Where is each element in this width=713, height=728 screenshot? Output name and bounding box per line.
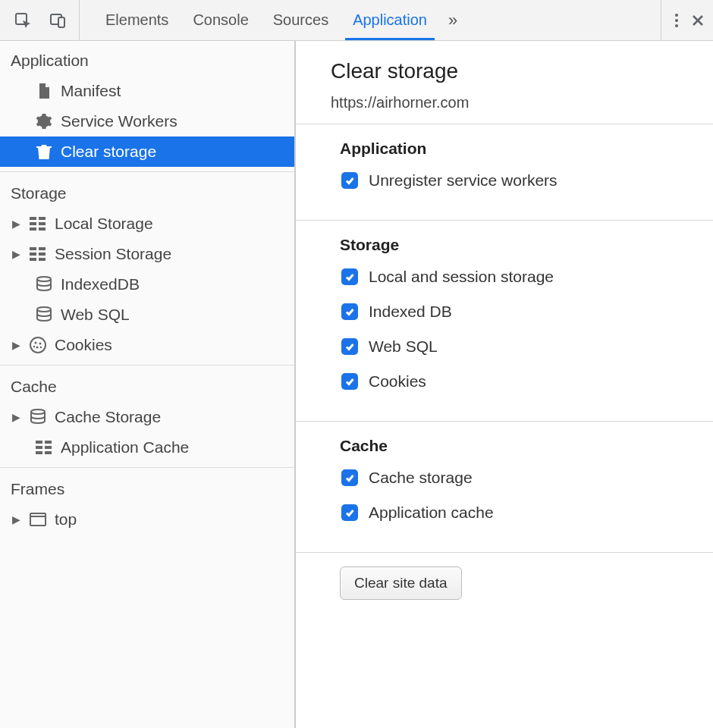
sidebar-divider: [0, 467, 294, 468]
checkbox-checked-icon[interactable]: [341, 469, 358, 486]
sidebar-item[interactable]: Clear storage: [0, 136, 294, 167]
sidebar-item[interactable]: ▶Cache Storage: [0, 402, 294, 432]
overflow-glyph: »: [448, 11, 457, 30]
svg-rect-31: [45, 446, 52, 449]
application-sidebar: ApplicationManifestService WorkersClear …: [0, 41, 296, 728]
svg-point-22: [35, 342, 37, 344]
storage-option-group: CacheCache storageApplication cache: [296, 421, 713, 552]
storage-option-group: StorageLocal and session storageIndexed …: [296, 220, 713, 421]
grid-icon: [35, 438, 53, 457]
expand-arrow-icon[interactable]: ▶: [11, 248, 21, 260]
checkbox-checked-icon[interactable]: [341, 373, 358, 390]
svg-rect-16: [39, 253, 46, 256]
checkbox-checked-icon[interactable]: [341, 172, 358, 189]
svg-rect-7: [30, 217, 36, 220]
svg-rect-34: [30, 513, 46, 526]
svg-rect-10: [39, 222, 46, 225]
sidebar-item-label: Local Storage: [55, 215, 284, 233]
sidebar-item-label: Service Workers: [61, 112, 284, 130]
checkbox-label: Application cache: [369, 504, 494, 522]
panel-title: Clear storage: [331, 59, 690, 83]
panel-origin: https://airhorner.com: [331, 94, 690, 111]
checkbox-checked-icon[interactable]: [341, 504, 358, 521]
sidebar-item[interactable]: Web SQL: [0, 300, 294, 330]
svg-rect-6: [36, 146, 52, 148]
clear-button-section: Clear site data: [296, 552, 713, 613]
sidebar-section-title: Application: [0, 41, 294, 76]
sidebar-item[interactable]: IndexedDB: [0, 269, 294, 300]
svg-rect-18: [39, 258, 46, 261]
grid-icon: [29, 245, 47, 263]
checkbox-label: Local and session storage: [369, 268, 554, 286]
tab-label: Elements: [105, 11, 168, 29]
checkbox-checked-icon[interactable]: [341, 338, 358, 355]
clear-site-data-label: Clear site data: [354, 575, 448, 591]
expand-arrow-icon[interactable]: ▶: [11, 339, 21, 351]
sidebar-item[interactable]: ▶Session Storage: [0, 239, 294, 269]
sidebar-item[interactable]: Service Workers: [0, 106, 294, 136]
panel-header: Clear storage https://airhorner.com: [296, 41, 713, 124]
checkbox-row[interactable]: Cache storage: [341, 469, 690, 487]
svg-rect-33: [45, 451, 52, 454]
expand-arrow-icon[interactable]: ▶: [11, 513, 21, 526]
svg-rect-8: [39, 217, 46, 220]
tab-application[interactable]: Application: [341, 0, 439, 40]
sidebar-item[interactable]: ▶Local Storage: [0, 209, 294, 239]
kebab-menu-icon[interactable]: [669, 13, 684, 28]
svg-rect-30: [36, 446, 42, 449]
checkbox-label: Cache storage: [369, 469, 473, 487]
expand-arrow-icon[interactable]: ▶: [11, 218, 21, 230]
sidebar-item[interactable]: Manifest: [0, 76, 294, 106]
checkbox-checked-icon[interactable]: [341, 303, 358, 320]
tab-label: Sources: [273, 11, 328, 29]
close-devtools-icon[interactable]: [690, 13, 705, 28]
cookie-icon: [29, 336, 47, 354]
checkbox-row[interactable]: Cookies: [341, 372, 690, 391]
sidebar-section-title: Cache: [0, 367, 294, 402]
checkbox-label: Web SQL: [369, 337, 438, 356]
clear-site-data-button[interactable]: Clear site data: [340, 566, 462, 600]
tab-console[interactable]: Console: [181, 0, 260, 40]
checkbox-row[interactable]: Indexed DB: [341, 303, 690, 321]
svg-point-27: [31, 410, 45, 414]
inspect-element-icon[interactable]: [8, 5, 38, 36]
checkbox-row[interactable]: Local and session storage: [341, 268, 690, 286]
sidebar-item-label: Clear storage: [61, 143, 284, 161]
group-title: Cache: [340, 437, 690, 455]
tab-label: Application: [353, 11, 427, 29]
tab-sources[interactable]: Sources: [261, 0, 341, 40]
checkbox-checked-icon[interactable]: [341, 268, 358, 285]
svg-point-3: [675, 14, 678, 17]
grid-icon: [29, 215, 47, 233]
sidebar-section-title: Storage: [0, 174, 294, 209]
sidebar-item-label: Cookies: [55, 336, 284, 354]
db-icon: [35, 306, 53, 324]
svg-rect-9: [30, 222, 36, 225]
checkbox-row[interactable]: Unregister service workers: [341, 171, 690, 190]
trash-icon: [35, 143, 53, 161]
svg-rect-15: [30, 253, 36, 256]
svg-point-5: [675, 24, 678, 27]
svg-point-4: [675, 19, 678, 22]
sidebar-item-label: top: [55, 510, 284, 529]
checkbox-row[interactable]: Application cache: [341, 504, 690, 522]
device-toggle-icon[interactable]: [42, 5, 73, 36]
checkbox-label: Indexed DB: [369, 303, 452, 321]
sidebar-item-label: Application Cache: [61, 438, 284, 457]
svg-rect-11: [30, 228, 36, 231]
checkbox-label: Cookies: [369, 372, 426, 391]
sidebar-item-label: IndexedDB: [61, 275, 284, 293]
sidebar-item[interactable]: ▶top: [0, 504, 294, 535]
tab-elements[interactable]: Elements: [93, 0, 181, 40]
svg-point-23: [39, 343, 42, 345]
db-icon: [35, 275, 53, 293]
sidebar-item-label: Web SQL: [61, 306, 284, 324]
sidebar-divider: [0, 171, 294, 172]
checkbox-row[interactable]: Web SQL: [341, 337, 690, 356]
tabs-overflow-button[interactable]: »: [439, 0, 466, 40]
sidebar-item[interactable]: ▶Cookies: [0, 330, 294, 360]
expand-arrow-icon[interactable]: ▶: [11, 411, 21, 423]
group-title: Application: [340, 140, 690, 158]
tabbar-right-controls: [661, 0, 705, 40]
sidebar-item[interactable]: Application Cache: [0, 432, 294, 463]
